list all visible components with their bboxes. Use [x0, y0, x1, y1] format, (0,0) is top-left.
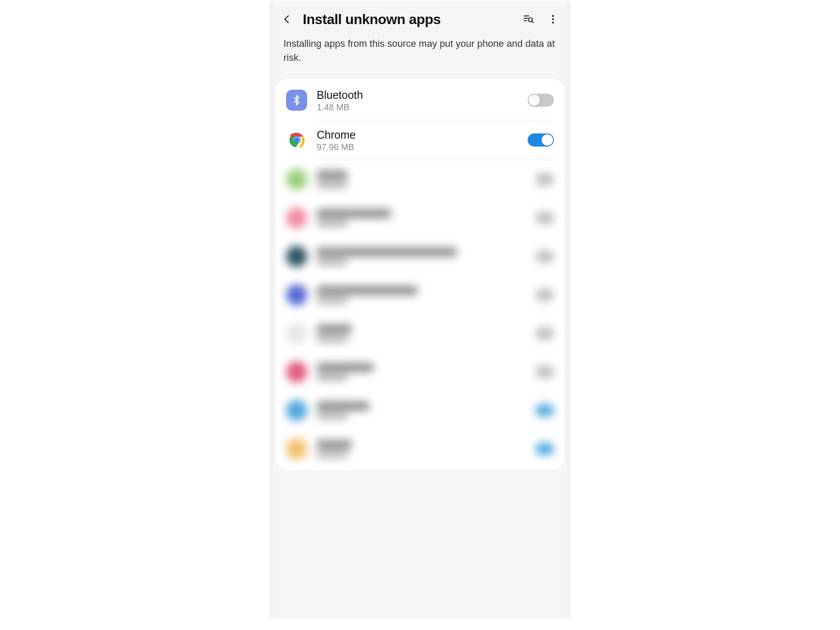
app-icon-blurred — [286, 438, 307, 459]
toggle-blurred — [536, 404, 554, 416]
app-text-blurred — [317, 402, 526, 419]
svg-point-5 — [552, 15, 554, 17]
app-icon-blurred — [286, 246, 307, 267]
app-row-blurred — [276, 430, 564, 468]
app-text-blurred — [317, 440, 526, 458]
app-name-label: Chrome — [317, 128, 518, 141]
app-size-label: 97.96 MB — [317, 142, 518, 152]
frame-shadow — [270, 2, 274, 619]
app-row-bluetooth[interactable]: Bluetooth 1.48 MB — [276, 80, 564, 120]
toggle-blurred — [536, 327, 554, 340]
app-icon-blurred — [286, 323, 307, 344]
toggle-blurred — [536, 173, 554, 186]
app-row-blurred — [276, 314, 564, 353]
app-row-blurred — [276, 160, 564, 199]
bluetooth-icon — [286, 90, 307, 111]
app-text-blurred — [317, 325, 526, 342]
back-button[interactable] — [278, 10, 296, 28]
app-row-blurred — [276, 276, 564, 314]
app-text-blurred — [317, 171, 526, 188]
toggle-blurred — [536, 443, 554, 455]
toggle-blurred — [536, 366, 554, 378]
toggle-blurred — [536, 289, 554, 301]
toggle-knob — [528, 94, 540, 106]
svg-point-6 — [552, 18, 554, 20]
toggle-blurred — [536, 250, 554, 262]
app-icon-blurred — [286, 169, 307, 190]
app-icon-blurred — [286, 361, 307, 382]
chevron-left-icon — [282, 14, 292, 24]
toggle-knob — [542, 134, 553, 146]
app-text-blurred — [317, 286, 526, 304]
more-options-button[interactable] — [544, 10, 562, 28]
app-text-blurred — [317, 209, 526, 227]
app-icon-blurred — [286, 284, 307, 305]
app-row-chrome[interactable]: Chrome 97.96 MB — [276, 120, 564, 160]
page-subtitle: Installing apps from this source may put… — [270, 33, 570, 79]
svg-point-7 — [552, 21, 554, 23]
settings-screen: Install unknown apps Installing apps fro… — [270, 2, 570, 619]
app-icon-blurred — [286, 400, 307, 421]
app-icon-blurred — [286, 207, 307, 228]
kebab-menu-icon — [547, 14, 559, 25]
app-row-blurred — [276, 199, 564, 237]
search-button[interactable] — [520, 10, 537, 28]
app-text-blurred — [317, 363, 526, 381]
app-name-label: Bluetooth — [317, 88, 518, 102]
app-text-blurred — [317, 248, 526, 265]
filter-search-icon — [523, 14, 534, 25]
app-row-blurred — [276, 353, 564, 391]
toggle-blurred — [536, 212, 554, 224]
toggle-bluetooth[interactable] — [528, 94, 554, 107]
app-row-blurred — [276, 237, 564, 276]
app-bar: Install unknown apps — [270, 2, 570, 33]
app-text: Bluetooth 1.48 MB — [317, 88, 518, 112]
app-text: Chrome 97.96 MB — [317, 128, 518, 152]
page-title: Install unknown apps — [303, 11, 513, 28]
frame-shadow — [566, 2, 570, 619]
app-row-blurred — [276, 391, 564, 430]
toggle-chrome[interactable] — [528, 133, 554, 147]
chrome-icon — [286, 130, 307, 150]
svg-line-4 — [532, 21, 533, 23]
blurred-app-list — [276, 160, 564, 468]
app-size-label: 1.48 MB — [317, 102, 518, 112]
app-list-card: Bluetooth 1.48 MB Chrome — [276, 79, 564, 470]
